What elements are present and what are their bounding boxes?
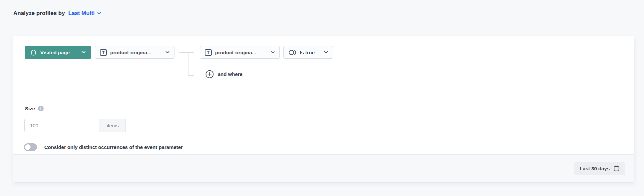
page-title: Analyze profiles by (13, 10, 65, 17)
condition-connector-line (179, 52, 194, 53)
card-footer: Last 30 days (13, 154, 634, 182)
analyze-by-dropdown[interactable]: Last Multi (68, 10, 101, 17)
boolean-icon (288, 49, 297, 56)
event-type-button[interactable]: Visited page (25, 46, 91, 59)
distinct-occurrences-label: Consider only distinct occurrences of th… (44, 144, 183, 150)
page-bottom-divider (13, 194, 634, 194)
distinct-occurrences-toggle[interactable] (24, 143, 37, 151)
chevron-down-icon (324, 51, 328, 54)
text-type-icon: T (100, 49, 107, 56)
size-unit-addon: items (100, 119, 126, 132)
size-label: Size (25, 106, 35, 111)
condition-parameter-chip[interactable]: T product:origina... (200, 46, 280, 59)
condition-operator-label: Is true (300, 50, 315, 55)
chevron-down-icon (82, 51, 86, 54)
condition-connector-line (188, 52, 188, 76)
builder-section: Visited page T product:origina... T prod… (13, 36, 634, 93)
chevron-down-icon (271, 51, 275, 54)
distinct-toggle-row: Consider only distinct occurrences of th… (24, 143, 183, 151)
size-input-group: items (24, 119, 126, 132)
size-input[interactable] (24, 119, 100, 132)
text-type-icon: T (205, 49, 212, 56)
condition-connector-line (188, 75, 194, 76)
chevron-down-icon (97, 12, 101, 15)
calendar-icon (613, 165, 620, 172)
add-condition-label: and where (218, 71, 242, 77)
date-range-button[interactable]: Last 30 days (574, 162, 625, 175)
condition-operator-chip[interactable]: Is true (283, 46, 333, 59)
date-range-label: Last 30 days (580, 166, 610, 171)
add-condition-button[interactable]: and where (205, 70, 242, 78)
info-icon[interactable] (38, 106, 44, 111)
chevron-down-icon (165, 51, 169, 54)
toggle-knob (25, 144, 31, 150)
query-builder-card: Visited page T product:origina... T prod… (13, 36, 634, 182)
event-type-label: Visited page (40, 50, 70, 55)
size-section: Size items Consider only distinct occurr… (13, 93, 634, 154)
event-parameter-chip[interactable]: T product:origina... (95, 46, 174, 59)
page-header: Analyze profiles by Last Multi (13, 10, 101, 17)
condition-parameter-label: product:origina... (215, 50, 256, 55)
bell-icon (30, 49, 37, 56)
analyze-by-selected-value: Last Multi (68, 10, 95, 17)
plus-circle-icon (205, 70, 214, 78)
event-parameter-label: product:origina... (110, 50, 151, 55)
